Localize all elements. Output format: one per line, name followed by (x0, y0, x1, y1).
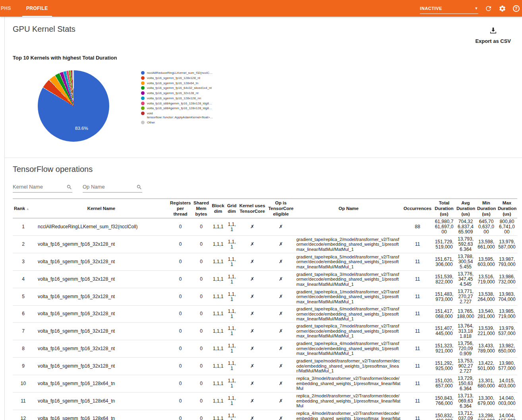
cell-avg: 13,756,720,090.909 (455, 340, 476, 357)
cell-ktc: ✗ (238, 392, 267, 410)
legend-item: volta_fp16_sgemm_fp16_128x128_nt (141, 76, 220, 80)
column-header-rank[interactable]: Rank▲ (13, 199, 34, 218)
cell-total: 150,843,766,000 (433, 392, 455, 410)
cell-grid: 1,1,1 (226, 322, 238, 340)
cell-otc: ✗ (267, 357, 295, 375)
refresh-icon (485, 5, 492, 12)
column-header-min[interactable]: Min Duration (us) (476, 199, 497, 218)
legend-swatch-icon (141, 91, 145, 95)
cell-ktc: ✗ (238, 375, 267, 392)
tab-profile[interactable]: PROFILE (21, 0, 53, 17)
cell-occ: 88 (402, 218, 433, 236)
legend-label: volta_fp16_sgemm_fp16_128x128_nt (147, 76, 200, 80)
cell-otc: ✗ (267, 375, 295, 392)
cell-block: 1,1,1 (211, 306, 226, 323)
column-header-op[interactable]: Op Name (295, 199, 402, 218)
cell-max: 13,982,650,000 (497, 340, 517, 357)
column-header-total[interactable]: Total Duration (us) (433, 199, 455, 218)
cell-rank: 4 (13, 271, 34, 288)
cell-registers: 0 (169, 322, 192, 340)
cell-kernel: volta_fp16_sgemm_fp16_128x64_tn (34, 410, 169, 420)
column-header-grid[interactable]: Grid dim (226, 199, 238, 218)
cell-grid: 1,1,1 (226, 340, 238, 357)
help-button[interactable]: ? (512, 4, 520, 12)
cell-occ: 11 (402, 306, 433, 323)
cell-occ: 11 (402, 357, 433, 375)
legend-swatch-icon (141, 112, 145, 115)
cell-block: 1,1,1 (211, 375, 226, 392)
run-status-value: INACTIVE (420, 6, 442, 11)
settings-button[interactable] (498, 4, 506, 12)
cell-ktc: ✗ (238, 340, 267, 357)
cell-max: 13,985,719,000 (497, 306, 517, 323)
cell-ktc: ✗ (238, 357, 267, 375)
cell-total: 151,407,445,000 (433, 322, 455, 340)
cell-registers: 0 (169, 340, 192, 357)
top-toolbar: PHS PROFILE INACTIVE ▼ ? (0, 0, 522, 17)
legend-item: volta_fp16_sgemm_fp16_128x64_tn (141, 81, 220, 85)
cell-rank: 12 (13, 410, 34, 420)
legend-label: volta_fp16_s884gemm_fp16_128x128_ldg8… (147, 102, 212, 106)
kernel-name-input[interactable] (13, 184, 63, 190)
column-header-registers[interactable]: Registers per thread (169, 199, 192, 218)
column-header-occ[interactable]: Occurrences (402, 199, 433, 218)
cell-otc: ✗ (267, 218, 295, 236)
cell-rank: 2 (13, 236, 34, 253)
cell-total: 151,323,921,000 (433, 340, 455, 357)
tab-graphs[interactable]: PHS (0, 0, 14, 17)
cell-kernel: volta_fp16_sgemm_fp16_32x128_nt (34, 340, 169, 357)
cell-occ: 11 (402, 340, 433, 357)
cell-otc: ✗ (267, 271, 295, 288)
cell-rank: 5 (13, 288, 34, 306)
cell-occ: 11 (402, 288, 433, 306)
cell-op (295, 218, 402, 236)
column-header-block[interactable]: Block dim (211, 199, 226, 218)
table-head: Rank▲Kernel NameRegisters per threadShar… (13, 199, 517, 218)
pie-chart-legend: ncclAllReduceRingLLKernel_sum_f32(ncclC…… (141, 70, 220, 142)
cell-op: replica_3/model/transformer_v2/Transform… (295, 375, 402, 392)
cell-occ: 11 (402, 375, 433, 392)
cell-total: 151,483,973,000 (433, 288, 455, 306)
legend-item: volta_fp16_s884gemm_fp16_128x128_ldg8… (141, 102, 220, 106)
pie-chart-area: 83.6% ncclAllReduceRingLLKernel_sum_f32(… (13, 70, 522, 142)
cell-avg: 13,771,270,272.727 (455, 288, 476, 306)
cell-min: 13,300,679,000 (476, 392, 497, 410)
legend-item: Other (141, 121, 220, 125)
cell-op: gradient_tape/replica_4/model/transforme… (295, 340, 402, 357)
cell-otc: ✗ (267, 253, 295, 271)
legend-label: volta_fp16_s884gemm_fp16_128x128_ldg8… (147, 106, 212, 110)
cell-max: 13,983,704,000 (497, 288, 517, 306)
column-header-shared[interactable]: Shared Mem bytes (192, 199, 211, 218)
cell-shared: 0 (192, 306, 211, 323)
cell-kernel: volta_fp16_sgemm_fp16_32x128_nt (34, 306, 169, 323)
column-header-avg[interactable]: Avg Duration (us) (455, 199, 476, 218)
cell-kernel: volta_fp16_sgemm_fp16_32x128_nt (34, 357, 169, 375)
cell-shared: 0 (192, 288, 211, 306)
refresh-button[interactable] (484, 4, 492, 12)
cell-kernel: volta_fp16_sgemm_fp16_32x128_nt (34, 322, 169, 340)
op-name-input[interactable] (83, 184, 133, 190)
cell-shared: 0 (192, 340, 211, 357)
legend-swatch-icon (141, 71, 145, 75)
export-csv-button[interactable]: Export as CSV (475, 26, 511, 44)
cell-rank: 11 (13, 392, 34, 410)
column-header-max[interactable]: Max Duration (us) (497, 199, 517, 218)
cell-min: 13,516,719,000 (476, 271, 497, 288)
column-header-ktc[interactable]: Kernel uses TensorCore (238, 199, 267, 218)
cell-max: 13,979,587,000 (497, 236, 517, 253)
pie-chart[interactable]: 83.6% (38, 70, 109, 142)
cell-registers: 0 (169, 410, 192, 420)
run-status-dropdown[interactable]: INACTIVE ▼ (420, 6, 478, 14)
table-row: 1ncclAllReduceRingLLKernel_sum_f32(ncclC… (13, 218, 517, 236)
cell-kernel: volta_fp16_sgemm_fp16_32x128_nt (34, 288, 169, 306)
cell-otc: ✗ (267, 392, 295, 410)
cell-op: gradient_tape/replica_3/model/transforme… (295, 271, 402, 288)
cell-occ: 11 (402, 392, 433, 410)
cell-shared: 0 (192, 375, 211, 392)
cell-min: 13,301,680,000 (476, 375, 497, 392)
column-header-kernel[interactable]: Kernel Name (34, 199, 169, 218)
cell-avg: 13,776,347,454.545 (455, 271, 476, 288)
column-header-otc[interactable]: Op is TensorCore eligible (267, 199, 295, 218)
cell-registers: 0 (169, 288, 192, 306)
cell-avg: 13,793,592,636.364 (455, 236, 476, 253)
